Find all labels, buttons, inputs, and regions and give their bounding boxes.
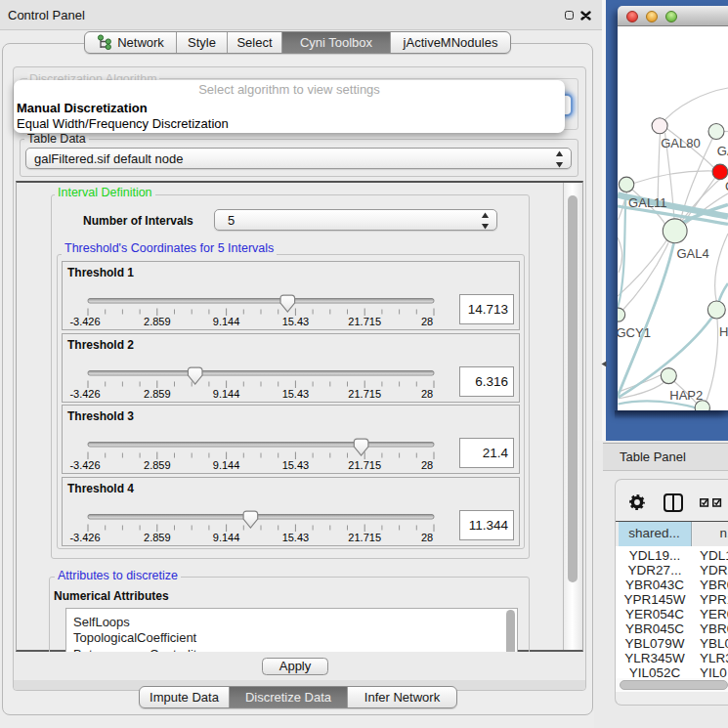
svg-text:15.43: 15.43 <box>282 531 310 542</box>
svg-text:H: H <box>719 324 728 339</box>
svg-text:GCY1: GCY1 <box>618 325 651 340</box>
svg-text:28: 28 <box>421 387 433 399</box>
svg-text:-3.426: -3.426 <box>69 459 100 471</box>
svg-text:28: 28 <box>421 459 433 471</box>
svg-text:9.144: 9.144 <box>213 459 240 471</box>
svg-text:-3.426: -3.426 <box>69 531 100 542</box>
svg-text:HAP2: HAP2 <box>669 388 703 403</box>
svg-text:2.859: 2.859 <box>144 531 171 542</box>
svg-text:9.144: 9.144 <box>213 316 240 327</box>
svg-text:-3.426: -3.426 <box>69 316 100 327</box>
svg-text:28: 28 <box>421 316 433 327</box>
svg-text:9.144: 9.144 <box>213 387 240 399</box>
svg-text:GAL4: GAL4 <box>677 246 709 261</box>
svg-text:21.715: 21.715 <box>348 316 381 327</box>
svg-text:-3.426: -3.426 <box>69 387 100 399</box>
svg-text:GA.: GA. <box>717 144 728 158</box>
svg-text:GAL80: GAL80 <box>661 136 700 150</box>
svg-text:GAL11: GAL11 <box>628 195 667 210</box>
svg-text:15.43: 15.43 <box>282 316 310 327</box>
svg-text:2.859: 2.859 <box>144 316 171 327</box>
svg-text:28: 28 <box>421 531 433 542</box>
svg-text:21.715: 21.715 <box>348 459 381 471</box>
svg-text:15.43: 15.43 <box>282 459 310 471</box>
svg-text:21.715: 21.715 <box>348 387 381 399</box>
svg-text:2.859: 2.859 <box>144 459 171 471</box>
svg-text:21.715: 21.715 <box>348 531 381 542</box>
svg-text:2.859: 2.859 <box>144 387 171 399</box>
svg-text:15.43: 15.43 <box>282 387 310 399</box>
svg-text:9.144: 9.144 <box>213 531 240 542</box>
